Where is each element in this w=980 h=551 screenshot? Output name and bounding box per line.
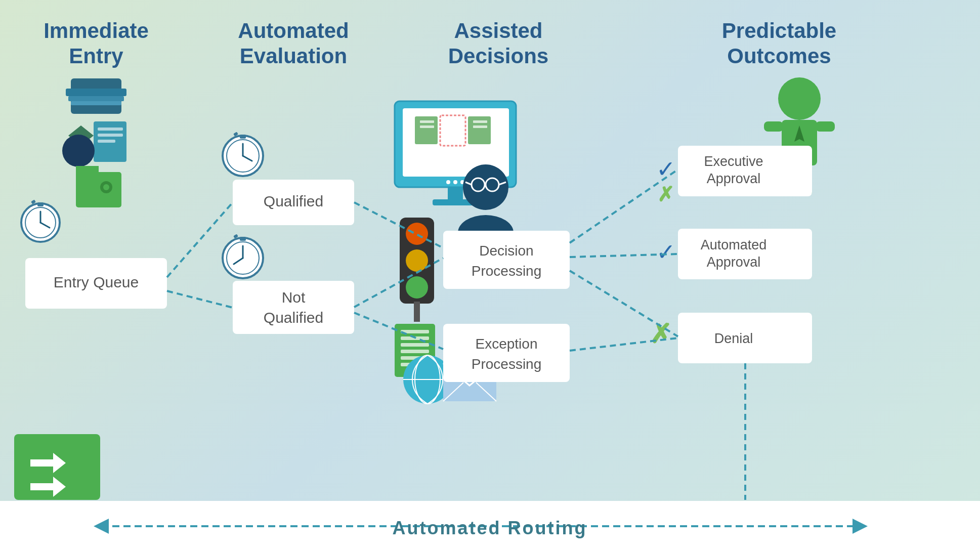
svg-point-33 <box>227 140 259 172</box>
svg-rect-101 <box>816 121 835 132</box>
svg-text:Assisted: Assisted <box>454 19 542 43</box>
svg-rect-29 <box>31 199 36 204</box>
svg-line-115 <box>167 291 233 308</box>
svg-text:Approval: Approval <box>707 255 761 270</box>
svg-text:Entry: Entry <box>69 44 123 68</box>
svg-line-122 <box>570 338 678 351</box>
svg-text:Processing: Processing <box>472 356 542 372</box>
svg-text:@: @ <box>471 369 481 380</box>
svg-rect-100 <box>764 121 783 132</box>
svg-rect-79 <box>401 330 429 333</box>
svg-text:Decisions: Decisions <box>448 44 548 68</box>
svg-text:✗: ✗ <box>650 319 672 349</box>
svg-line-117 <box>354 258 443 307</box>
svg-line-35 <box>243 156 252 161</box>
svg-text:✓: ✓ <box>656 239 676 265</box>
svg-rect-131 <box>30 459 58 467</box>
svg-text:Immediate: Immediate <box>44 19 149 43</box>
svg-rect-74 <box>414 302 420 322</box>
svg-line-43 <box>234 258 243 264</box>
svg-rect-102 <box>678 146 812 196</box>
svg-point-25 <box>25 207 56 238</box>
svg-rect-37 <box>233 132 238 136</box>
svg-rect-16 <box>98 128 123 131</box>
svg-text:Executive: Executive <box>704 154 763 169</box>
svg-rect-36 <box>240 135 246 139</box>
svg-rect-129 <box>14 434 100 500</box>
svg-line-27 <box>40 223 50 228</box>
svg-line-90 <box>476 383 496 401</box>
svg-text:Automated: Automated <box>701 237 767 252</box>
svg-point-71 <box>406 223 428 245</box>
svg-point-65 <box>486 178 499 191</box>
svg-text:Predictable: Predictable <box>722 19 836 43</box>
svg-point-24 <box>21 203 60 242</box>
svg-marker-14 <box>68 125 94 146</box>
svg-point-22 <box>100 181 112 193</box>
svg-line-68 <box>499 182 506 185</box>
svg-rect-13 <box>71 101 121 105</box>
svg-rect-133 <box>30 483 58 490</box>
svg-point-40 <box>223 238 263 278</box>
svg-marker-127 <box>853 519 868 534</box>
svg-point-62 <box>460 180 464 184</box>
svg-text:Denial: Denial <box>714 331 753 346</box>
svg-point-73 <box>406 276 428 299</box>
svg-rect-82 <box>401 350 429 353</box>
svg-text:Evaluation: Evaluation <box>240 44 347 68</box>
svg-line-119 <box>570 169 678 243</box>
svg-rect-45 <box>233 234 238 238</box>
svg-text:Automated Routing: Automated Routing <box>393 518 587 538</box>
svg-rect-53 <box>420 125 434 128</box>
svg-point-61 <box>453 180 457 184</box>
svg-rect-81 <box>401 343 429 347</box>
svg-marker-132 <box>53 477 66 497</box>
svg-rect-75 <box>443 231 570 289</box>
svg-rect-51 <box>415 116 438 144</box>
svg-text:✓: ✓ <box>656 156 676 182</box>
svg-rect-70 <box>400 218 434 304</box>
svg-rect-49 <box>395 101 516 187</box>
svg-rect-92 <box>443 324 570 382</box>
svg-rect-21 <box>76 166 99 175</box>
svg-rect-52 <box>420 120 434 123</box>
svg-line-89 <box>443 383 463 401</box>
svg-rect-20 <box>76 172 121 207</box>
svg-rect-11 <box>66 89 126 96</box>
svg-point-69 <box>458 215 514 250</box>
svg-line-120 <box>570 254 678 257</box>
svg-rect-96 <box>782 120 817 165</box>
svg-rect-124 <box>0 501 980 551</box>
svg-line-67 <box>465 182 472 185</box>
svg-point-64 <box>472 178 485 191</box>
svg-rect-12 <box>68 96 124 101</box>
svg-rect-58 <box>448 187 463 201</box>
svg-rect-10 <box>71 78 121 114</box>
svg-text:Decision: Decision <box>479 243 533 259</box>
svg-line-121 <box>570 271 678 336</box>
svg-text:Exception: Exception <box>476 336 538 352</box>
svg-point-41 <box>227 242 259 274</box>
svg-rect-99 <box>798 162 812 195</box>
svg-text:✗: ✗ <box>657 183 674 205</box>
svg-text:Not: Not <box>282 289 306 306</box>
svg-rect-54 <box>440 115 465 146</box>
svg-rect-107 <box>678 229 812 279</box>
svg-rect-98 <box>782 162 796 195</box>
svg-point-72 <box>406 249 428 272</box>
svg-rect-38 <box>233 180 354 225</box>
svg-rect-57 <box>473 125 487 128</box>
svg-rect-111 <box>678 313 812 363</box>
svg-line-116 <box>354 202 443 248</box>
svg-rect-18 <box>98 140 115 143</box>
svg-rect-17 <box>98 134 123 137</box>
svg-point-63 <box>463 164 508 210</box>
svg-rect-55 <box>468 116 491 144</box>
svg-rect-44 <box>240 237 246 241</box>
svg-marker-130 <box>53 453 66 473</box>
svg-rect-30 <box>25 258 167 309</box>
svg-point-95 <box>778 77 821 120</box>
svg-rect-15 <box>94 121 126 162</box>
svg-rect-46 <box>233 281 354 334</box>
svg-text:Outcomes: Outcomes <box>727 44 831 68</box>
